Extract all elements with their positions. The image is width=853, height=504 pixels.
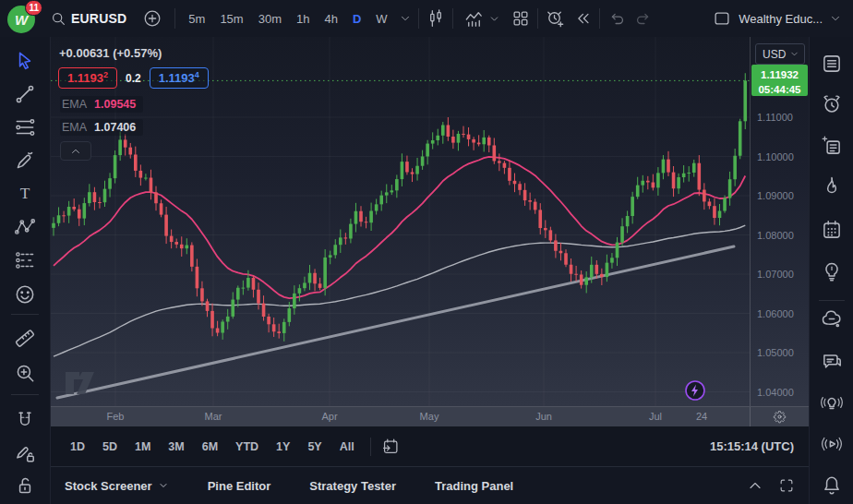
zoom-in-icon[interactable]	[13, 361, 37, 385]
range-5y[interactable]: 5Y	[302, 437, 327, 457]
price-tick: 1.10000	[757, 151, 794, 162]
undo-icon[interactable]	[607, 8, 627, 29]
magnet-icon[interactable]	[13, 409, 37, 433]
indicators-button[interactable]	[460, 5, 504, 33]
ruler-icon[interactable]	[13, 326, 37, 350]
axis-settings-corner[interactable]	[750, 407, 809, 426]
collapse-legend-button[interactable]	[60, 141, 91, 161]
chevron-down-icon	[789, 49, 799, 59]
chevron-down-icon[interactable]	[399, 12, 412, 25]
chart-plot[interactable]	[51, 37, 750, 406]
price-tick: 1.04000	[757, 387, 794, 398]
ema-value: 1.09545	[94, 98, 136, 111]
trend-line-icon[interactable]	[13, 82, 37, 106]
divider	[537, 8, 538, 29]
alert-plus-icon[interactable]	[545, 8, 566, 30]
range-ytd[interactable]: YTD	[230, 437, 264, 457]
price-tick: 1.06000	[757, 308, 794, 319]
time-label-feb: Feb	[107, 411, 125, 422]
notes-icon[interactable]	[820, 134, 844, 158]
app-logo[interactable]: W 11	[6, 3, 39, 34]
symbol-search-button[interactable]: EURUSD	[45, 6, 130, 31]
layout-select-icon[interactable]	[712, 8, 732, 29]
divider	[174, 8, 175, 29]
tab-stock-screener[interactable]: Stock Screener	[65, 479, 169, 493]
sell-button[interactable]: 1.11932	[58, 67, 117, 89]
buy-button[interactable]: 1.11934	[150, 67, 209, 89]
range-3m[interactable]: 3M	[162, 437, 189, 457]
interval-w[interactable]: W	[371, 8, 391, 30]
layout-name-label[interactable]: Wealthy Educ...	[739, 12, 823, 26]
unlock-icon[interactable]	[13, 474, 37, 498]
fib-lines-icon[interactable]	[13, 115, 37, 139]
candles-style-icon[interactable]	[426, 8, 446, 29]
fullscreen-icon[interactable]	[777, 476, 796, 495]
interval-30m[interactable]: 30m	[254, 8, 286, 30]
interval-1h[interactable]: 1h	[292, 8, 314, 30]
interval-4h[interactable]: 4h	[319, 8, 342, 30]
notifications-bell-icon[interactable]	[820, 474, 844, 498]
interval-15m[interactable]: 15m	[215, 8, 247, 30]
divider	[819, 300, 845, 301]
expand-panel-icon[interactable]	[746, 476, 764, 495]
bid-price: 1.1193	[67, 71, 103, 85]
range-1m[interactable]: 1M	[129, 437, 156, 457]
range-1y[interactable]: 1Y	[270, 437, 295, 457]
ask-price-sup: 4	[195, 70, 199, 79]
redo-icon[interactable]	[633, 8, 654, 29]
range-all[interactable]: All	[334, 437, 360, 457]
minds-cloud-icon[interactable]	[820, 307, 844, 331]
watchlist-icon[interactable]	[820, 52, 844, 76]
range-1d[interactable]: 1D	[65, 437, 90, 457]
chevron-down-icon	[158, 480, 169, 491]
chevron-down-icon	[488, 13, 500, 25]
range-5d[interactable]: 5D	[97, 437, 123, 457]
xabcd-pattern-icon[interactable]	[13, 215, 37, 239]
cursor-icon[interactable]	[13, 49, 37, 73]
ema-legend-row[interactable]: EMA1.07406	[60, 119, 143, 136]
tab-trading-panel[interactable]: Trading Panel	[435, 479, 513, 493]
drawing-lock-icon[interactable]	[13, 441, 37, 465]
chat-icon[interactable]	[820, 349, 844, 373]
price-tick: 1.07000	[757, 269, 794, 280]
bid-ask-row: 1.11932 0.2 1.11934	[58, 67, 209, 89]
live-ideas-icon[interactable]	[820, 390, 844, 414]
forecast-icon[interactable]	[13, 248, 37, 272]
ema-legend-row[interactable]: EMA1.09545	[60, 96, 143, 113]
drawing-toolbar: T	[0, 37, 51, 504]
text-tool-icon[interactable]: T	[13, 182, 37, 206]
interval-d[interactable]: D	[348, 8, 366, 30]
emoji-icon[interactable]	[13, 282, 37, 306]
range-6m[interactable]: 6M	[197, 437, 223, 457]
price-tick: 1.11000	[757, 112, 793, 123]
ema-value: 1.07406	[94, 121, 136, 134]
divider	[452, 8, 453, 29]
ask-price: 1.1193	[159, 71, 195, 85]
price-scale[interactable]: USD 1.11932 05:44:45 1.110001.100001.090…	[750, 37, 809, 406]
go-to-date-icon[interactable]	[380, 437, 401, 457]
ideas-bulb-icon[interactable]	[820, 258, 844, 282]
chevron-down-icon[interactable]	[829, 12, 842, 25]
streams-icon[interactable]	[820, 432, 844, 456]
currency-dropdown[interactable]: USD	[755, 43, 805, 65]
search-icon	[49, 9, 67, 28]
add-icon[interactable]	[142, 8, 162, 29]
panel-tabs: Stock ScreenerPine EditorStrategy Tester…	[65, 479, 552, 493]
tab-pine-editor[interactable]: Pine Editor	[208, 479, 271, 493]
brush-icon[interactable]	[13, 149, 37, 173]
divider	[11, 394, 39, 395]
clock-label[interactable]: 15:15:14 (UTC)	[710, 439, 794, 453]
tab-strategy-tester[interactable]: Strategy Tester	[309, 479, 396, 493]
calendar-icon[interactable]	[820, 218, 844, 242]
interval-5m[interactable]: 5m	[184, 8, 210, 30]
divider	[370, 438, 371, 456]
time-label-24: 24	[696, 411, 707, 422]
replay-icon[interactable]	[572, 8, 593, 29]
flash-badge-icon[interactable]	[684, 379, 706, 402]
chart-region: +0.00631 (+0.57%) 1.11932 0.2 1.11934 EM…	[51, 37, 809, 406]
time-axis[interactable]: FebMarAprMayJunJul24	[51, 406, 809, 426]
alerts-clock-icon[interactable]	[820, 92, 844, 116]
price-tick: 1.08000	[757, 230, 794, 241]
hotlist-flame-icon[interactable]	[820, 174, 844, 198]
layout-grid-icon[interactable]	[511, 8, 531, 29]
